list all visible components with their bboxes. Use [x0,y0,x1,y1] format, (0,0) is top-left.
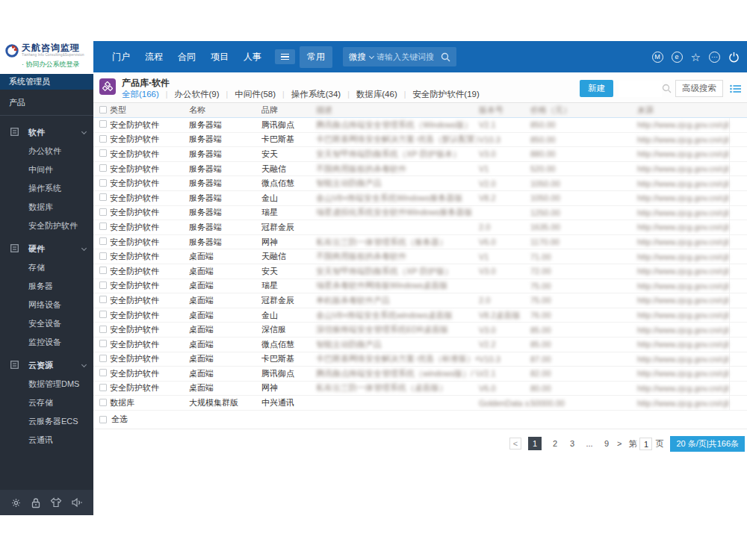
nav-menu-icon[interactable] [275,49,295,65]
select-all-header-checkbox[interactable] [99,106,107,113]
sidebar-item[interactable]: 数据管理DMS [0,375,93,393]
sidebar-item[interactable]: 办公软件 [0,142,93,161]
row-checkbox[interactable] [99,326,107,333]
page-button[interactable]: ... [586,439,593,448]
table-row[interactable]: 数据库 大规模集群版 中兴通讯 GoldenData s... 50000.00… [93,396,747,411]
row-checkbox[interactable] [99,149,107,157]
table-row[interactable]: 安全防护软件 桌面端 瑞星 瑞星杀毒软件网络版Windows桌面版 75.00 … [93,279,747,294]
next-page-button[interactable]: > [617,439,622,448]
table-row[interactable]: 安全防护软件 服务器端 瑞星 瑞星虚拟化系统安全软件Windows服务器版 12… [93,206,747,221]
m-badge-icon[interactable]: M [652,52,663,63]
prev-page-button[interactable]: < [509,438,521,449]
list-view-icon[interactable] [730,84,741,93]
tab-favorites[interactable]: 常用 [300,46,332,68]
category-tab[interactable]: 全部(166) [122,89,159,100]
row-checkbox[interactable] [99,399,107,406]
row-checkbox[interactable] [99,208,107,216]
table-row[interactable]: 安全防护软件 服务器端 网神 私有云三防一体管理系统（服务器） V6.0 117… [93,235,747,250]
table-row[interactable]: 安全防护软件 桌面端 网神 私有云三防一体管理系统（桌面版） V6.0 80.0… [93,382,747,396]
row-checkbox[interactable] [99,296,107,303]
message-icon[interactable]: e [672,52,683,63]
lock-icon[interactable] [31,497,41,508]
row-checkbox[interactable] [99,179,107,187]
sidebar-item[interactable]: 软件 [0,122,93,142]
table-row[interactable]: 安全防护软件 服务器端 冠群金辰 2.0 1635.00 http://www.… [93,220,747,235]
global-search-input[interactable] [376,52,441,61]
sidebar-item[interactable]: 云服务器ECS [0,412,93,431]
sidebar-item[interactable]: 操作系统 [0,179,93,198]
row-checkbox[interactable] [99,193,107,201]
sidebar-item[interactable]: 中间件 [0,161,93,179]
row-checkbox[interactable] [99,252,107,260]
table-row[interactable]: 安全防护软件 桌面端 腾讯御点 腾讯御点终端安全管理系统（windows版）/ … [93,367,747,382]
theme-shirt-icon[interactable] [50,497,62,508]
table-row[interactable]: 安全防护软件 桌面端 冠群金辰 单机版杀毒软件产品 2.0 75.00 http… [93,293,747,308]
new-button[interactable]: 新建 [580,80,613,97]
row-checkbox[interactable] [99,281,107,289]
row-checkbox[interactable] [99,369,107,376]
top-nav-item[interactable]: 项目 [203,47,236,67]
favorite-star-icon[interactable]: ☆ [691,52,701,63]
table-row[interactable]: 安全防护软件 服务器端 腾讯御点 腾讯御点终端安全管理系统（Windows版） … [93,118,747,133]
sound-icon[interactable] [71,497,83,508]
power-icon[interactable] [728,52,740,63]
category-tab[interactable]: 安全防护软件(19) [397,89,480,100]
row-checkbox[interactable] [99,384,107,391]
top-nav-item[interactable]: 门户 [105,47,137,67]
collab-login-link[interactable]: · 协同办公系统登录 [5,60,89,69]
row-checkbox[interactable] [99,223,107,230]
page-button[interactable]: 2 [551,439,559,448]
gear-icon[interactable] [10,497,22,508]
top-nav-item[interactable]: 流程 [137,47,170,67]
page-button[interactable]: 9 [603,439,610,448]
search-icon[interactable] [441,52,450,62]
table-row[interactable]: 安全防护软件 服务器端 金山 金山V8+终端安全系统Windows服务器版 V8… [93,191,747,206]
table-row[interactable]: 安全防护软件 桌面端 卡巴斯基 卡巴斯基网络安全解决方案·优选（标准版）+EDR… [93,352,747,367]
sidebar-item[interactable]: 数据库 [0,198,93,217]
row-checkbox[interactable] [99,135,107,143]
table-search-input[interactable] [619,81,662,97]
category-tab[interactable]: 办公软件(9) [159,89,220,100]
top-nav-item[interactable]: 人事 [236,47,269,67]
sidebar-item[interactable]: 云资源 [0,355,93,375]
advanced-search-button[interactable]: 高级搜索 [675,80,723,97]
page-button[interactable]: 3 [568,439,576,448]
sidebar-item[interactable]: 存储 [0,258,93,277]
sidebar-item[interactable]: 服务器 [0,277,93,296]
category-tab[interactable]: 操作系统(34) [276,89,341,100]
row-checkbox[interactable] [99,164,107,172]
table-row[interactable]: 安全防护软件 桌面端 安天 安天智甲终端防御系统（XP·防护版） V3.0 72… [93,264,747,279]
page-size-summary[interactable]: 20 条/页|共166条 [670,436,745,452]
row-checkbox[interactable] [99,237,107,245]
category-tab[interactable]: 中间件(58) [220,89,276,100]
row-checkbox[interactable] [99,267,107,274]
sidebar-item[interactable]: 硬件 [0,239,93,258]
page-button[interactable]: 1 [528,437,542,450]
sidebar-item[interactable]: 网络设备 [0,296,93,314]
sidebar-item[interactable]: 监控设备 [0,333,93,352]
chevron-down-icon[interactable] [369,53,374,58]
table-row[interactable]: 安全防护软件 服务器端 卡巴斯基 卡巴斯基网络安全解决方案·优选（默认配置）标准… [93,133,747,148]
sidebar-item[interactable]: 云存储 [0,393,93,412]
table-row[interactable]: 安全防护软件 桌面端 天融信 不限商用版权的杀毒软件 V1 71.00 http… [93,249,747,264]
table-row[interactable]: 安全防护软件 桌面端 微点佰慧 智能主动防御产品 V2.2 85.00 http… [93,337,747,352]
table-row[interactable]: 安全防护软件 桌面端 深信服 深信服终端安全管理系统EDR桌面版 V3.0 85… [93,323,747,337]
table-row[interactable]: 安全防护软件 服务器端 微点佰慧 智能主动防御产品 V2.0 1050.00 h… [93,176,747,191]
search-icon[interactable] [662,84,672,93]
page-jump-input[interactable]: 1 [639,438,652,450]
table-row[interactable]: 安全防护软件 桌面端 金山 金山V8+终端安全系统windows桌面版 V8.2… [93,308,747,323]
select-all-checkbox[interactable] [99,416,107,423]
table-row[interactable]: 安全防护软件 服务器端 安天 安天智甲终端防御系统（XP·防护版本） V3.0 … [93,147,747,162]
row-checkbox[interactable] [99,355,107,362]
search-scope-label[interactable]: 微搜 [349,52,366,63]
row-checkbox[interactable] [99,120,107,128]
top-nav-item[interactable]: 合同 [170,47,203,67]
row-checkbox[interactable] [99,311,107,318]
sidebar-item[interactable]: 安全设备 [0,314,93,333]
sidebar-item[interactable]: 安全防护软件 [0,217,93,235]
sidebar-item[interactable]: 云通讯 [0,431,93,449]
table-row[interactable]: 安全防护软件 服务器端 天融信 不限商用版权的杀毒软件 V1 520.00 ht… [93,162,747,177]
row-checkbox[interactable] [99,340,107,347]
category-tab[interactable]: 数据库(46) [341,89,397,100]
more-icon[interactable]: ··· [709,52,720,63]
